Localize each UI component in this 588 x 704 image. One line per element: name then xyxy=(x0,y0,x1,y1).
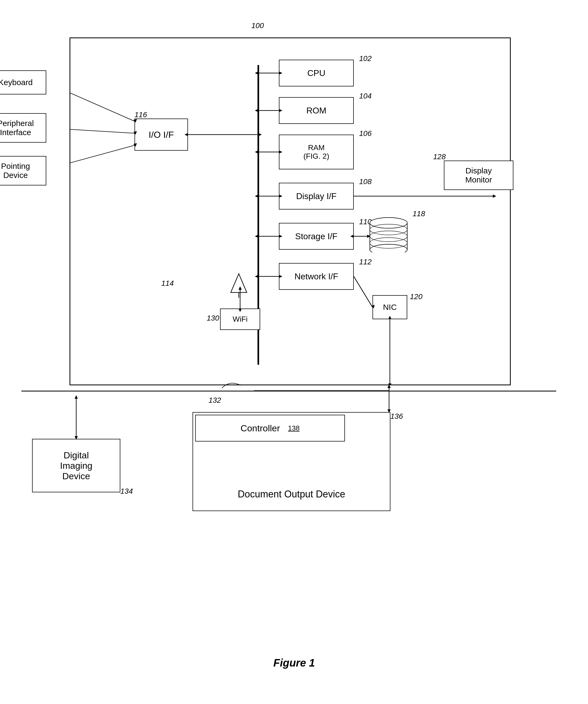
svg-line-45 xyxy=(70,128,134,133)
ref-network-line: 132 xyxy=(209,396,221,405)
ref-display-if: 108 xyxy=(359,177,372,186)
internal-arrows-svg xyxy=(70,38,510,385)
separator-line xyxy=(21,391,556,392)
ref-digital: 134 xyxy=(120,487,133,495)
disks-svg: Disks xyxy=(367,215,410,252)
digital-imaging-box: DigitalImagingDevice xyxy=(32,439,120,492)
peripheral-interface-box: PeripheralInterface xyxy=(0,113,46,142)
svg-marker-31 xyxy=(493,194,496,198)
svg-marker-38 xyxy=(388,384,391,385)
ref-network-if: 112 xyxy=(359,258,372,266)
ref-controller: 138 xyxy=(288,424,300,432)
ref-wifi: 130 xyxy=(207,314,219,322)
network-if-box: Network I/F xyxy=(279,263,354,290)
rom-box: ROM xyxy=(279,97,354,124)
cpu-box: CPU xyxy=(279,60,354,86)
main-system-box: CPU ROM RAM(FIG. 2) Display I/F Storage … xyxy=(70,38,511,385)
ref-io-if: 116 xyxy=(134,111,147,119)
nic-box: NIC xyxy=(373,295,407,319)
ref-display-monitor: 128 xyxy=(433,153,446,161)
storage-if-box: Storage I/F xyxy=(279,223,354,250)
controller-box: Controller 138 xyxy=(195,415,345,442)
ref-rom: 104 xyxy=(359,92,372,100)
ref-doc-output: 136 xyxy=(390,412,403,421)
ref-cpu: 102 xyxy=(359,54,372,63)
ref-100: 100 xyxy=(251,21,264,30)
ram-box: RAM(FIG. 2) xyxy=(279,134,354,169)
figure-caption: Figure 1 xyxy=(273,657,315,669)
svg-point-1 xyxy=(370,218,407,228)
disks-container: Disks xyxy=(367,215,410,253)
wifi-box: WiFi xyxy=(220,308,260,330)
keyboard-box: Keyboard xyxy=(0,70,46,95)
svg-marker-7 xyxy=(231,274,247,292)
antenna-icon xyxy=(228,271,250,299)
ref-disks: 118 xyxy=(412,210,425,218)
svg-line-35 xyxy=(354,277,373,307)
ref-nic: 120 xyxy=(410,292,422,301)
svg-marker-54 xyxy=(75,395,78,399)
display-monitor-box: DisplayMonitor xyxy=(444,161,513,190)
display-if-box: Display I/F xyxy=(279,183,354,210)
svg-line-48 xyxy=(70,145,134,169)
io-if-box: I/O I/F xyxy=(134,119,188,151)
svg-line-43 xyxy=(70,82,134,121)
diagram-container: 100 CPU ROM RAM(FIG. 2) Display I/F Stor… xyxy=(21,16,567,685)
doc-output-label: Document Output Device xyxy=(193,488,390,500)
ref-bus: 114 xyxy=(161,279,174,288)
pointing-device-box: PointingDevice xyxy=(0,156,46,185)
ref-ram: 106 xyxy=(359,129,372,138)
